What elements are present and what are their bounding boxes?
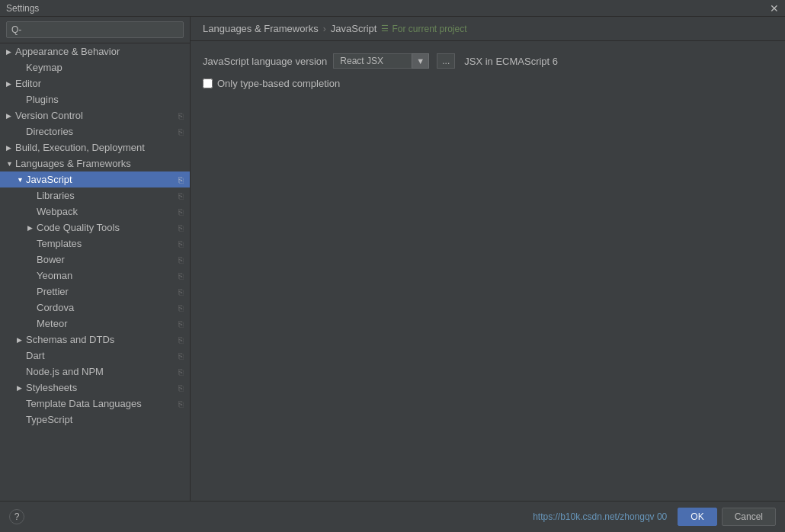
copy-icon: ⎘ bbox=[178, 303, 184, 312]
sidebar-item-label: Node.js and NPM bbox=[26, 366, 178, 377]
copy-icon: ⎘ bbox=[178, 239, 184, 248]
cancel-button[interactable]: Cancel bbox=[722, 508, 776, 526]
sidebar-item-build-execution[interactable]: ▶Build, Execution, Deployment bbox=[0, 139, 190, 155]
sidebar: ▶Appearance & BehaviorKeymap▶EditorPlugi… bbox=[0, 17, 191, 501]
sidebar-item-label: Keymap bbox=[26, 62, 184, 73]
copy-icon: ⎘ bbox=[178, 207, 184, 216]
arrow-icon: ▶ bbox=[6, 112, 15, 120]
arrow-icon: ▶ bbox=[17, 384, 26, 392]
version-setting-row: JavaScript language version React JSX EC… bbox=[203, 53, 773, 69]
sidebar-item-code-quality[interactable]: ▶Code Quality Tools⎘ bbox=[0, 220, 190, 236]
sidebar-item-label: Stylesheets bbox=[26, 382, 178, 393]
sidebar-item-stylesheets[interactable]: ▶Stylesheets⎘ bbox=[0, 380, 190, 396]
breadcrumb: Languages & Frameworks › JavaScript ☰ Fo… bbox=[191, 17, 785, 41]
sidebar-item-version-control[interactable]: ▶Version Control⎘ bbox=[0, 107, 190, 123]
sidebar-item-appearance[interactable]: ▶Appearance & Behavior bbox=[0, 43, 190, 59]
sidebar-item-label: Code Quality Tools bbox=[37, 222, 178, 233]
search-box bbox=[0, 17, 190, 43]
copy-icon: ⎘ bbox=[178, 383, 184, 393]
main-content: JavaScript language version React JSX EC… bbox=[191, 41, 785, 501]
sidebar-item-label: Editor bbox=[15, 78, 184, 89]
copy-icon: ⎘ bbox=[178, 399, 184, 409]
sidebar-item-label: Bower bbox=[37, 254, 178, 265]
sidebar-item-template-data[interactable]: Template Data Languages⎘ bbox=[0, 396, 190, 412]
arrow-icon: ▶ bbox=[17, 336, 26, 344]
title-bar-title: Settings bbox=[6, 3, 39, 14]
settings-dialog: ▶Appearance & BehaviorKeymap▶EditorPlugi… bbox=[0, 17, 785, 532]
version-label: JavaScript language version bbox=[203, 56, 327, 67]
type-based-checkbox[interactable] bbox=[203, 79, 213, 88]
sidebar-item-editor[interactable]: ▶Editor bbox=[0, 75, 190, 91]
breadcrumb-separator: › bbox=[323, 24, 326, 34]
sidebar-item-yeoman[interactable]: Yeoman⎘ bbox=[0, 268, 190, 284]
copy-icon: ⎘ bbox=[178, 255, 184, 264]
project-tag-label: For current project bbox=[392, 24, 466, 34]
copy-icon: ⎘ bbox=[178, 127, 184, 136]
sidebar-item-label: Cordova bbox=[37, 302, 178, 313]
copy-icon: ⎘ bbox=[178, 319, 184, 328]
project-icon: ☰ bbox=[381, 24, 389, 34]
sidebar-item-label: Yeoman bbox=[37, 270, 178, 281]
sidebar-item-typescript[interactable]: TypeScript bbox=[0, 412, 190, 428]
copy-icon: ⎘ bbox=[178, 223, 184, 232]
arrow-icon: ▼ bbox=[6, 160, 15, 168]
sidebar-item-label: Directories bbox=[26, 126, 178, 137]
content-area: Languages & Frameworks › JavaScript ☰ Fo… bbox=[191, 17, 785, 501]
arrow-icon: ▶ bbox=[6, 48, 15, 56]
arrow-icon: ▼ bbox=[17, 176, 26, 184]
sidebar-item-nodejs-npm[interactable]: Node.js and NPM⎘ bbox=[0, 364, 190, 380]
version-select[interactable]: React JSX ECMAScript 6 ECMAScript 5.1 EC… bbox=[333, 53, 412, 69]
sidebar-item-libraries[interactable]: Libraries⎘ bbox=[0, 187, 190, 204]
sidebar-item-plugins[interactable]: Plugins bbox=[0, 91, 190, 107]
sidebar-item-prettier[interactable]: Prettier⎘ bbox=[0, 284, 190, 300]
version-description: JSX in ECMAScript 6 bbox=[464, 56, 558, 67]
sidebar-item-label: Prettier bbox=[37, 286, 178, 297]
sidebar-item-languages[interactable]: ▼Languages & Frameworks bbox=[0, 155, 190, 171]
sidebar-item-label: Version Control bbox=[15, 110, 178, 121]
completion-checkbox-row: Only type-based completion bbox=[203, 78, 773, 89]
sidebar-item-label: TypeScript bbox=[26, 414, 184, 425]
sidebar-item-cordova[interactable]: Cordova⎘ bbox=[0, 300, 190, 316]
sidebar-item-label: Plugins bbox=[26, 94, 184, 105]
sidebar-item-label: JavaScript bbox=[26, 174, 178, 185]
arrow-icon: ▶ bbox=[27, 224, 37, 232]
arrow-icon: ▶ bbox=[6, 144, 15, 152]
ellipsis-button[interactable]: ... bbox=[437, 53, 455, 69]
close-button[interactable]: ✕ bbox=[770, 2, 779, 14]
copy-icon: ⎘ bbox=[178, 287, 184, 296]
copy-icon: ⎘ bbox=[178, 335, 184, 345]
sidebar-item-label: Template Data Languages bbox=[26, 398, 178, 409]
arrow-icon: ▶ bbox=[6, 80, 15, 88]
search-input[interactable] bbox=[6, 21, 184, 38]
sidebar-item-dart[interactable]: Dart⎘ bbox=[0, 348, 190, 364]
sidebar-item-label: Schemas and DTDs bbox=[26, 334, 178, 345]
copy-icon: ⎘ bbox=[178, 175, 184, 184]
dialog-body: ▶Appearance & BehaviorKeymap▶EditorPlugi… bbox=[0, 17, 785, 501]
sidebar-item-label: Languages & Frameworks bbox=[15, 158, 184, 169]
title-bar: Settings ✕ bbox=[0, 0, 785, 17]
copy-icon: ⎘ bbox=[178, 271, 184, 280]
sidebar-item-bower[interactable]: Bower⎘ bbox=[0, 252, 190, 268]
copy-icon: ⎘ bbox=[178, 111, 184, 120]
sidebar-item-meteor[interactable]: Meteor⎘ bbox=[0, 316, 190, 332]
sidebar-item-label: Dart bbox=[26, 350, 178, 361]
copy-icon: ⎘ bbox=[178, 191, 184, 200]
help-button[interactable]: ? bbox=[9, 509, 24, 524]
version-dropdown-container: React JSX ECMAScript 6 ECMAScript 5.1 EC… bbox=[333, 53, 429, 69]
sidebar-tree: ▶Appearance & BehaviorKeymap▶EditorPlugi… bbox=[0, 43, 190, 501]
sidebar-item-javascript[interactable]: ▼JavaScript⎘ bbox=[0, 171, 190, 187]
breadcrumb-part-2: JavaScript bbox=[331, 23, 377, 34]
sidebar-item-webpack[interactable]: Webpack⎘ bbox=[0, 204, 190, 220]
sidebar-item-keymap[interactable]: Keymap bbox=[0, 59, 190, 75]
sidebar-item-label: Build, Execution, Deployment bbox=[15, 142, 184, 153]
sidebar-item-label: Templates bbox=[37, 238, 178, 249]
sidebar-item-schemas-dtds[interactable]: ▶Schemas and DTDs⎘ bbox=[0, 332, 190, 348]
version-dropdown-arrow[interactable]: ▼ bbox=[412, 53, 429, 69]
sidebar-item-directories[interactable]: Directories⎘ bbox=[0, 123, 190, 139]
dialog-footer: ? https://b10k.csdn.net/zhongqv 00 OK Ca… bbox=[0, 501, 785, 532]
sidebar-item-templates[interactable]: Templates⎘ bbox=[0, 236, 190, 252]
breadcrumb-part-1: Languages & Frameworks bbox=[203, 23, 319, 34]
ok-button[interactable]: OK bbox=[678, 508, 716, 526]
footer-url: https://b10k.csdn.net/zhongqv 00 bbox=[533, 511, 667, 522]
type-based-label[interactable]: Only type-based completion bbox=[217, 78, 340, 89]
